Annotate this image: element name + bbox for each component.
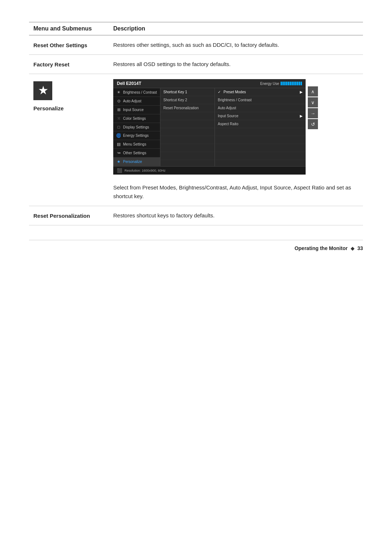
osd-menu-label: Color Settings: [123, 116, 146, 120]
osd-menu-label: Input Source: [123, 108, 144, 112]
osd-menu-label: Auto Adjust: [123, 99, 142, 103]
osd-right-input-source: Input Source ▶: [215, 112, 306, 120]
osd-right-blank4: [215, 152, 306, 160]
footer-diamond-icon: ◆: [351, 245, 355, 251]
osd-left-menu: ☀ Brightness / Contrast ⊙ Auto Adjust ⊞ …: [113, 88, 160, 166]
osd-menu-menu-settings: ▤ Menu Settings: [113, 140, 160, 149]
osd-menu-color-settings: ⁙ Color Settings: [113, 114, 160, 123]
osd-right-label: Preset Modes: [224, 90, 246, 94]
color-settings-icon: ⁙: [116, 116, 121, 121]
osd-middle-menu: Shortcut Key 1 Shortcut Key 2 Reset Pers…: [160, 88, 215, 166]
brightness-icon: ☀: [116, 90, 121, 95]
osd-footer-icon: ⬛: [117, 168, 122, 173]
osd-middle-label: Reset Personalization: [163, 106, 199, 110]
osd-nav-down[interactable]: ∨: [308, 97, 318, 107]
osd-nav-up[interactable]: ∧: [308, 86, 318, 97]
table-row: Reset Personalization Restores shortcut …: [29, 206, 363, 225]
osd-energy-bar: [281, 82, 302, 85]
osd-menu-other-settings: ≔ Other Settings: [113, 149, 160, 158]
osd-nav-buttons: ∧ ∨ → ↺: [308, 86, 318, 129]
osd-menu-auto-adjust: ⊙ Auto Adjust: [113, 97, 160, 106]
input-source-icon: ⊞: [116, 107, 121, 112]
osd-display: Dell E2014T Energy Use: [113, 79, 306, 175]
osd-menu-personalize: ★ Personalize: [113, 158, 160, 166]
osd-right-menu: ✓ Preset Modes ▶ Brightness / Contrast: [215, 88, 306, 166]
osd-menu-label: Brightness / Contrast: [123, 90, 157, 94]
osd-nav-right[interactable]: →: [308, 108, 318, 118]
osd-right-brightness-contrast: Brightness / Contrast: [215, 96, 306, 104]
osd-right-blank3: [215, 144, 306, 152]
arrow-right-icon: ▶: [300, 114, 303, 118]
osd-title: Dell E2014T: [117, 81, 141, 86]
row-desc-reset-other: Restores other settings, such as such as…: [109, 35, 363, 55]
osd-middle-blank3: [160, 128, 215, 136]
osd-middle-label: Shortcut Key 1: [163, 90, 187, 94]
personalize-desc-text: Select from Preset Modes, Brightness/Con…: [113, 183, 359, 201]
osd-right-label: Aspect Raito: [218, 122, 238, 126]
osd-right-blank2: [215, 136, 306, 144]
table-row: Reset Other Settings Restores other sett…: [29, 35, 363, 55]
osd-right-label: Auto Adjust: [218, 106, 236, 110]
osd-menu-label: Menu Settings: [123, 142, 146, 146]
osd-middle-shortcut1: Shortcut Key 1: [160, 88, 215, 96]
osd-right-label: Brightness / Contrast: [218, 98, 252, 102]
auto-adjust-icon: ⊙: [116, 99, 121, 103]
osd-right-aspect-ratio: Aspect Raito: [215, 120, 306, 128]
osd-right-label: Input Source: [218, 114, 238, 118]
table-row-personalize: ★ Personalize Dell E2014T Energy Use: [29, 74, 363, 206]
personalize-star-icon: ★: [116, 159, 121, 164]
personalize-cell: ★ Personalize: [29, 74, 109, 206]
row-label-reset-personalization: Reset Personalization: [29, 206, 109, 225]
osd-menu-label: Personalize: [123, 160, 142, 164]
osd-menu-display-settings: □ Display Settings: [113, 123, 160, 131]
osd-middle-shortcut2: Shortcut Key 2: [160, 96, 215, 104]
table-row: Factory Reset Restores all OSD settings …: [29, 55, 363, 74]
row-desc-factory-reset: Restores all OSD settings to the factory…: [109, 55, 363, 74]
personalize-label: Personalize: [33, 105, 105, 111]
footer-page-number: 33: [357, 245, 363, 251]
osd-right-blank1: [215, 128, 306, 136]
display-settings-icon: □: [116, 125, 121, 129]
other-settings-icon: ≔: [116, 151, 121, 155]
arrow-right-icon: ▶: [300, 90, 303, 94]
osd-middle-blank6: [160, 152, 215, 160]
row-label-factory-reset: Factory Reset: [29, 55, 109, 74]
main-table: Menu and Submenus Description Reset Othe…: [29, 22, 363, 225]
energy-settings-icon: 🌀: [116, 133, 121, 138]
col-header-menu: Menu and Submenus: [29, 22, 109, 35]
checkmark-icon: ✓: [218, 90, 221, 94]
osd-menu-label: Other Settings: [123, 151, 146, 155]
osd-middle-label: Shortcut Key 2: [163, 98, 187, 102]
osd-menu-energy-settings: 🌀 Energy Settings: [113, 131, 160, 140]
osd-right-auto-adjust: Auto Adjust: [215, 104, 306, 112]
osd-nav-back[interactable]: ↺: [308, 119, 318, 129]
osd-energy-section: Energy Use: [260, 82, 302, 86]
osd-right-preset-modes: ✓ Preset Modes ▶: [215, 88, 306, 96]
osd-middle-reset-personalization: Reset Personalization: [160, 104, 215, 112]
osd-middle-blank2: [160, 120, 215, 128]
col-header-desc: Description: [109, 22, 363, 35]
osd-footer: ⬛ Resolution: 1600x900, 60Hz: [113, 166, 306, 175]
osd-middle-blank1: [160, 112, 215, 120]
osd-middle-blank5: [160, 144, 215, 152]
page-footer: Operating the Monitor ◆ 33: [29, 240, 363, 251]
personalize-desc-cell: Dell E2014T Energy Use: [109, 74, 363, 206]
osd-header: Dell E2014T Energy Use: [113, 79, 306, 88]
star-icon-box: ★: [33, 81, 52, 100]
osd-middle-blank4: [160, 136, 215, 144]
osd-body: ☀ Brightness / Contrast ⊙ Auto Adjust ⊞ …: [113, 88, 306, 166]
osd-footer-text: Resolution: 1600x900, 60Hz: [124, 169, 166, 172]
osd-energy-label: Energy Use: [260, 82, 279, 86]
osd-menu-brightness-contrast: ☀ Brightness / Contrast: [113, 88, 160, 97]
osd-menu-label: Energy Settings: [123, 134, 149, 138]
row-desc-reset-personalization: Restores shortcut keys to factory defaul…: [109, 206, 363, 225]
menu-settings-icon: ▤: [116, 142, 121, 147]
osd-menu-input-source: ⊞ Input Source: [113, 106, 160, 114]
row-label-reset-other: Reset Other Settings: [29, 35, 109, 55]
footer-label: Operating the Monitor: [294, 245, 347, 251]
osd-menu-label: Display Settings: [123, 125, 149, 129]
